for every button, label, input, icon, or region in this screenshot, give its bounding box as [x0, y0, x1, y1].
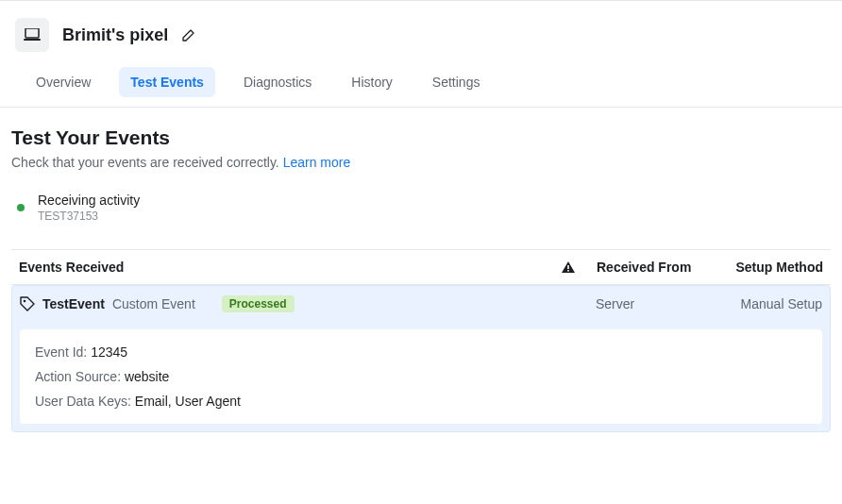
table-header: Events Received Received From Setup Meth… — [11, 249, 831, 285]
section-title: Test Your Events — [11, 126, 831, 149]
svg-rect-1 — [24, 39, 41, 41]
pixel-icon-box — [15, 18, 49, 52]
pixel-title: Brimit's pixel — [62, 25, 168, 45]
status-label: Receiving activity — [38, 193, 140, 208]
tab-history[interactable]: History — [340, 67, 404, 97]
svg-point-4 — [24, 300, 26, 303]
detail-event-id-label: Event Id: — [35, 344, 91, 360]
status-indicator-dot — [17, 204, 25, 211]
event-row[interactable]: TestEvent Custom Event Processed Server … — [11, 285, 831, 432]
detail-event-id: Event Id: 12345 — [35, 344, 807, 360]
detail-event-id-value: 12345 — [91, 344, 127, 360]
event-setup-method: Manual Setup — [728, 296, 822, 311]
event-details-panel: Event Id: 12345 Action Source: website U… — [20, 329, 822, 424]
status-test-id: TEST37153 — [38, 210, 140, 223]
event-name: TestEvent — [42, 296, 105, 311]
tab-bar: Overview Test Events Diagnostics History… — [9, 67, 833, 107]
svg-rect-2 — [567, 265, 569, 269]
tab-overview[interactable]: Overview — [25, 67, 102, 97]
event-received-from: Server — [596, 296, 728, 311]
learn-more-link[interactable]: Learn more — [283, 155, 351, 170]
detail-action-source-label: Action Source: — [35, 369, 125, 384]
section-desc-text: Check that your events are received corr… — [11, 155, 283, 170]
section-description: Check that your events are received corr… — [11, 155, 831, 170]
svg-rect-0 — [25, 28, 39, 38]
tab-diagnostics[interactable]: Diagnostics — [232, 67, 323, 97]
status-row: Receiving activity TEST37153 — [11, 193, 831, 223]
th-events-received: Events Received — [19, 260, 540, 275]
th-warning — [540, 261, 597, 273]
event-type: Custom Event — [112, 296, 195, 311]
detail-user-data-keys: User Data Keys: Email, User Agent — [35, 394, 807, 409]
th-setup-method: Setup Method — [729, 260, 823, 275]
detail-action-source: Action Source: website — [35, 369, 807, 384]
warning-triangle-icon — [562, 261, 575, 273]
detail-user-data-keys-label: User Data Keys: — [35, 394, 135, 409]
laptop-icon — [24, 28, 41, 42]
tab-settings[interactable]: Settings — [421, 67, 492, 97]
th-received-from: Received From — [597, 260, 729, 275]
tag-icon — [20, 296, 35, 311]
detail-user-data-keys-value: Email, User Agent — [135, 394, 241, 409]
detail-action-source-value: website — [125, 369, 169, 384]
tab-test-events[interactable]: Test Events — [119, 67, 215, 97]
svg-rect-3 — [567, 270, 569, 272]
edit-icon[interactable] — [181, 27, 196, 42]
event-status-badge: Processed — [222, 295, 295, 312]
